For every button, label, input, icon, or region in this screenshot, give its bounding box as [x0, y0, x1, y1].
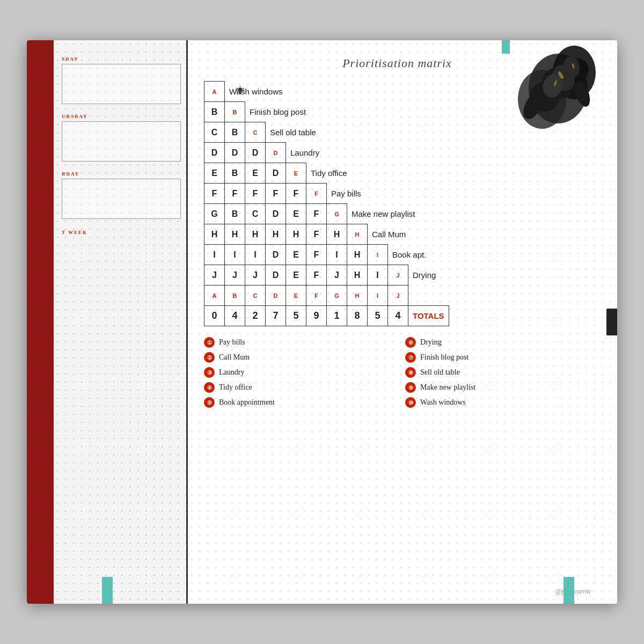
row-H-cell7: H	[347, 224, 368, 245]
row-G-cell1: B	[225, 204, 245, 224]
row-H-cell1: H	[225, 224, 245, 245]
row-E-cell1: B	[225, 163, 245, 184]
row-G-cell3: D	[266, 204, 286, 224]
row-H-cell4: H	[286, 224, 306, 245]
bookmark-tab	[606, 309, 617, 335]
row-J-cell8: I	[368, 265, 388, 286]
row-D-main: D	[204, 143, 225, 163]
list-item: ② Call Mum	[204, 352, 389, 363]
col-header-D: D	[266, 286, 286, 306]
priority-list: ① Pay bills ⑥ Drying ② Call Mum ⑦ Finish…	[204, 337, 590, 408]
row-E-cell4: E	[286, 163, 306, 184]
list-item-label: Sell old table	[420, 368, 460, 377]
row-F-cell5: F	[306, 184, 327, 204]
row-C-main: C	[204, 122, 225, 143]
row-B-cell1: B	[225, 102, 245, 122]
list-item-label: Make new playlist	[420, 383, 475, 392]
task-I: Book apt.	[388, 245, 449, 265]
total-2: 2	[245, 306, 266, 326]
day-label-2: URSDAY	[62, 114, 181, 119]
row-H-cell6: H	[327, 224, 347, 245]
day-box-3	[62, 179, 181, 219]
task-A: Wash windows	[225, 82, 449, 102]
row-I-cell8: I	[368, 245, 388, 265]
row-G-cell6: G	[327, 204, 347, 224]
row-E-main: E	[204, 163, 225, 184]
list-item-label: Drying	[420, 338, 442, 347]
rank-bullet-10: ⑩	[405, 397, 416, 408]
row-J-main: J	[204, 265, 225, 286]
task-H: Call Mum	[368, 224, 449, 245]
total-4: 5	[286, 306, 306, 326]
rank-bullet-1: ①	[204, 337, 215, 348]
list-item: ⑥ Drying	[405, 337, 590, 348]
col-header-C: C	[245, 286, 266, 306]
row-I-cell6: I	[327, 245, 347, 265]
task-F: Pay bills	[327, 184, 449, 204]
row-J-cell4: E	[286, 265, 306, 286]
rank-bullet-4: ④	[204, 382, 215, 393]
total-9: 4	[388, 306, 408, 326]
row-B-main: B	[204, 102, 225, 122]
row-J-cell7: H	[347, 265, 368, 286]
list-item-label: Book appointment	[219, 398, 275, 407]
flower-decoration	[494, 46, 601, 153]
task-J: Drying	[408, 265, 449, 286]
row-F-cell3: F	[266, 184, 286, 204]
col-header-E: E	[286, 286, 306, 306]
list-item-label: Finish blog post	[420, 353, 469, 362]
row-I-cell2: I	[245, 245, 266, 265]
col-header-I: I	[368, 286, 388, 306]
total-8: 5	[368, 306, 388, 326]
row-F-cell4: F	[286, 184, 306, 204]
row-H-cell5: F	[306, 224, 327, 245]
list-item: ⑩ Wash windows	[405, 397, 590, 408]
row-G-cell2: C	[245, 204, 266, 224]
column-headers-row: A B C D E F G H I J	[204, 286, 449, 306]
list-item: ④ Tidy office	[204, 382, 389, 393]
rank-bullet-7: ⑦	[405, 352, 416, 363]
list-item: ① Pay bills	[204, 337, 389, 348]
day-label-3: RDAY	[62, 171, 181, 177]
row-H-main: H	[204, 224, 225, 245]
row-J-cell6: J	[327, 265, 347, 286]
table-row: B B Finish blog post	[204, 102, 449, 122]
task-G: Make new playlist	[347, 204, 449, 224]
list-item: ⑨ Make new playlist	[405, 382, 590, 393]
journal-spread: SDAY URSDAY RDAY T WEEK	[27, 40, 617, 604]
row-I-main: I	[204, 245, 225, 265]
col-header-J: J	[388, 286, 408, 306]
list-item-label: Tidy office	[219, 383, 252, 392]
row-H-cell3: H	[266, 224, 286, 245]
list-item-label: Call Mum	[219, 353, 250, 362]
table-row: F F F F F F Pay bills	[204, 184, 449, 204]
left-page: SDAY URSDAY RDAY T WEEK	[27, 40, 188, 604]
row-D-cell1: D	[225, 143, 245, 163]
prioritisation-matrix: A Wash windows B B Finish blog post C B …	[204, 81, 449, 326]
row-F-main: F	[204, 184, 225, 204]
row-G-main: G	[204, 204, 225, 224]
table-row: G B C D E F G Make new playlist	[204, 204, 449, 224]
teal-ribbon-left	[102, 577, 113, 604]
row-J-cell9: J	[388, 265, 408, 286]
col-header-B: B	[225, 286, 245, 306]
list-item: ⑤ Book appointment	[204, 397, 389, 408]
day-label-1: SDAY	[62, 56, 181, 62]
rank-bullet-9: ⑨	[405, 382, 416, 393]
row-F-cell1: F	[225, 184, 245, 204]
totals-label: TOTALS	[408, 306, 449, 326]
rank-bullet-6: ⑥	[405, 337, 416, 348]
row-I-cell5: F	[306, 245, 327, 265]
list-item-label: Wash windows	[420, 398, 466, 407]
row-E-cell3: D	[266, 163, 286, 184]
bug-decoration: 🕷	[236, 86, 245, 96]
row-A-label: A	[204, 82, 225, 102]
row-J-cell2: J	[245, 265, 266, 286]
rank-bullet-3: ③	[204, 367, 215, 378]
col-header-G: G	[327, 286, 347, 306]
row-J-cell1: J	[225, 265, 245, 286]
list-item-label: Laundry	[219, 368, 244, 377]
task-B: Finish blog post	[245, 102, 449, 122]
row-C-cell1: B	[225, 122, 245, 143]
row-H-cell2: H	[245, 224, 266, 245]
